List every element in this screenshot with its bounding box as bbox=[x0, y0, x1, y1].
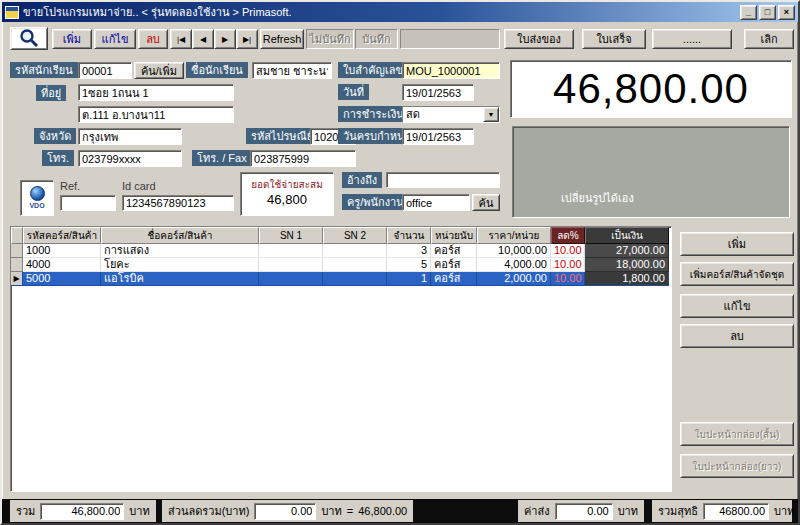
cell-price: 10,000.00 bbox=[477, 244, 551, 258]
vdo-globe-icon bbox=[30, 186, 45, 201]
grand-total-input[interactable] bbox=[703, 503, 769, 520]
nav-last-button[interactable]: ▶| bbox=[236, 29, 258, 49]
more-options-button[interactable]: ...... bbox=[652, 29, 732, 49]
footer-grand-total-group: รวมสุทธิ บาท bbox=[652, 500, 792, 522]
toolbar-spacer-strip bbox=[400, 29, 500, 49]
cell-unit: คอร์ส bbox=[431, 244, 477, 258]
table-header-row: รหัสคอร์ส/สินค้า ชื่อคอร์ส/สินค้า SN 1 S… bbox=[11, 227, 671, 244]
table-row[interactable]: 1000 การแสดง 3 คอร์ส 10,000.00 10.00 27,… bbox=[11, 244, 671, 258]
total-input[interactable] bbox=[40, 503, 124, 520]
ref-input[interactable] bbox=[60, 195, 116, 211]
cell-code: 1000 bbox=[23, 244, 101, 258]
payment-value: สด bbox=[403, 107, 483, 122]
no-save-button[interactable]: ไม่บันทึก bbox=[306, 29, 354, 49]
accumulated-spend-value: 46,800 bbox=[267, 191, 307, 209]
student-name-label: ชื่อนักเรียน bbox=[186, 62, 248, 78]
province-input[interactable] bbox=[78, 128, 182, 145]
save-button[interactable]: บันทึก bbox=[355, 29, 398, 49]
title-bar[interactable]: ขายโปรแกรมเหมาจ่าย.. < รุ่นทดลองใช้งาน >… bbox=[2, 2, 798, 22]
toolbar-edit-button[interactable]: แก้ไข bbox=[94, 29, 136, 49]
header-name: ชื่อคอร์ส/สินค้า bbox=[101, 227, 259, 244]
window-title: ขายโปรแกรมเหมาจ่าย.. < รุ่นทดลองใช้งาน >… bbox=[23, 3, 738, 21]
minimize-button[interactable]: _ bbox=[740, 5, 757, 20]
nav-next-button[interactable]: ▶ bbox=[214, 29, 236, 49]
maximize-button[interactable]: □ bbox=[759, 5, 776, 20]
footer-bar: รวม บาท ส่วนลดรวม(บาท) บาท = 46,800.00 ค… bbox=[2, 499, 798, 523]
cell-unit: คอร์ส bbox=[431, 258, 477, 272]
cell-sn2 bbox=[323, 244, 387, 258]
item-add-button[interactable]: เพิ่ม bbox=[680, 232, 794, 256]
cell-sn1 bbox=[259, 258, 323, 272]
cell-sn1 bbox=[259, 244, 323, 258]
fax-input[interactable] bbox=[250, 150, 356, 167]
cell-name: โยคะ bbox=[101, 258, 259, 272]
cell-qty: 1 bbox=[387, 272, 431, 286]
item-edit-button[interactable]: แก้ไข bbox=[680, 294, 794, 318]
address1-input[interactable] bbox=[78, 84, 234, 101]
refresh-button[interactable]: Refresh bbox=[260, 29, 304, 49]
footer-discount-group: ส่วนลดรวม(บาท) บาท = 46,800.00 bbox=[162, 500, 413, 522]
item-add-set-button[interactable]: เพิ่มคอร์ส/สินค้าจัดชุด bbox=[680, 262, 794, 286]
photo-caption: เปลี่ยนรูปได้เอง bbox=[561, 189, 634, 207]
date-input[interactable] bbox=[402, 84, 474, 101]
doc-no-input[interactable] bbox=[402, 62, 500, 79]
student-code-label: รหัสนักเรียน bbox=[10, 62, 78, 78]
refer-to-input[interactable] bbox=[386, 172, 500, 188]
cell-amount: 27,000.00 bbox=[585, 244, 669, 258]
refer-to-label: อ้างถึง bbox=[342, 172, 382, 188]
student-name-input[interactable] bbox=[252, 62, 332, 79]
ref-label: Ref. bbox=[60, 180, 80, 192]
row-selector bbox=[11, 258, 23, 272]
fax-label: โทร. / Fax bbox=[192, 150, 252, 166]
due-date-input[interactable] bbox=[402, 128, 474, 145]
shipping-input[interactable] bbox=[555, 503, 613, 520]
header-sn2: SN 2 bbox=[323, 227, 387, 244]
box-label-long-button[interactable]: ใบปะหน้ากล่อง(ยาว) bbox=[680, 454, 794, 478]
header-unit: หน่วยนับ bbox=[431, 227, 477, 244]
receipt-button[interactable]: ใบเสร็จ bbox=[582, 29, 646, 49]
nav-first-button[interactable]: |◀ bbox=[170, 29, 192, 49]
cell-discount: 10.00 bbox=[551, 272, 585, 286]
nav-prev-button[interactable]: ◀ bbox=[192, 29, 214, 49]
cell-code: 4000 bbox=[23, 258, 101, 272]
cell-sn2 bbox=[323, 272, 387, 286]
table-row[interactable]: ▶ 5000 แอโรบิค 1 คอร์ส 2,000.00 10.00 1,… bbox=[11, 272, 671, 286]
baht-label: บาท bbox=[774, 502, 794, 520]
cell-qty: 5 bbox=[387, 258, 431, 272]
grand-amount-display: 46,800.00 bbox=[510, 60, 792, 118]
baht-label: บาท bbox=[321, 502, 341, 520]
search-button[interactable] bbox=[10, 27, 48, 50]
cell-price: 4,000.00 bbox=[477, 258, 551, 272]
close-button[interactable]: × bbox=[778, 5, 795, 20]
net-after-discount: 46,800.00 bbox=[358, 505, 407, 517]
table-row[interactable]: 4000 โยคะ 5 คอร์ส 4,000.00 10.00 18,000.… bbox=[11, 258, 671, 272]
discount-total-input[interactable] bbox=[254, 503, 316, 520]
delivery-note-button[interactable]: ใบส่งของ bbox=[504, 29, 574, 49]
item-delete-button[interactable]: ลบ bbox=[680, 324, 794, 348]
exit-button[interactable]: เลิก bbox=[744, 29, 794, 49]
staff-search-button[interactable]: ค้น bbox=[472, 194, 500, 211]
address2-input[interactable] bbox=[78, 106, 234, 123]
date-label: วันที่ bbox=[338, 84, 369, 100]
box-label-short-button[interactable]: ใบปะหน้ากล่อง(สั้น) bbox=[680, 422, 794, 446]
chevron-down-icon[interactable]: ▼ bbox=[483, 107, 499, 122]
accumulated-spend-label: ยอดใช้จ่ายสะสม bbox=[251, 179, 323, 191]
header-discount: ลด% bbox=[551, 227, 585, 244]
payment-combobox[interactable]: สด ▼ bbox=[402, 106, 500, 123]
cell-price: 2,000.00 bbox=[477, 272, 551, 286]
idcard-input[interactable] bbox=[122, 195, 234, 211]
cell-code: 5000 bbox=[23, 272, 101, 286]
items-table: รหัสคอร์ส/สินค้า ชื่อคอร์ส/สินค้า SN 1 S… bbox=[10, 226, 672, 492]
header-qty: จำนวน bbox=[387, 227, 431, 244]
student-code-input[interactable] bbox=[78, 62, 132, 79]
staff-input[interactable] bbox=[402, 194, 470, 211]
toolbar-delete-button[interactable]: ลบ bbox=[138, 29, 168, 49]
header-code: รหัสคอร์ส/สินค้า bbox=[23, 227, 101, 244]
customer-photo-panel[interactable]: เปลี่ยนรูปได้เอง bbox=[512, 126, 790, 218]
cell-amount: 1,800.00 bbox=[585, 272, 669, 286]
search-add-customer-button[interactable]: ค้น/เพิ่ม bbox=[134, 62, 184, 79]
tel-input[interactable] bbox=[78, 150, 182, 167]
vdo-logo: VDO bbox=[20, 180, 54, 216]
header-amount: เป็นเงิน bbox=[585, 227, 669, 244]
toolbar-add-button[interactable]: เพิ่ม bbox=[52, 29, 92, 49]
